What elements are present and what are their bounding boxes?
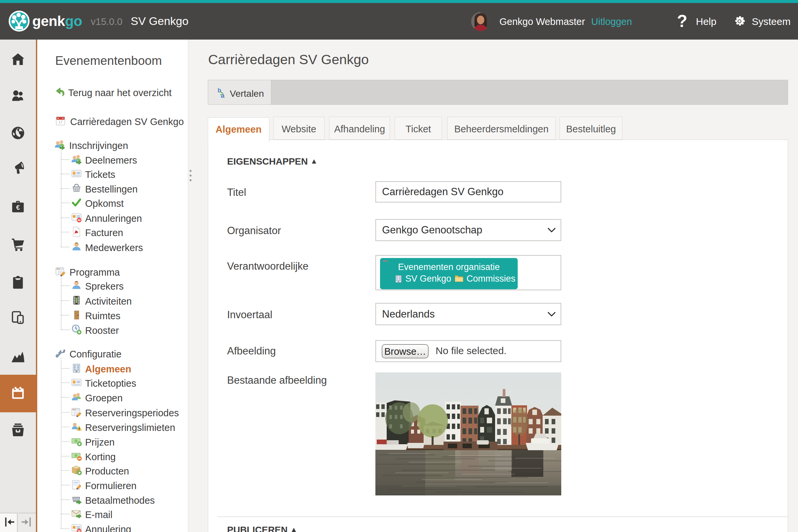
svg-text:€: € xyxy=(16,204,20,211)
